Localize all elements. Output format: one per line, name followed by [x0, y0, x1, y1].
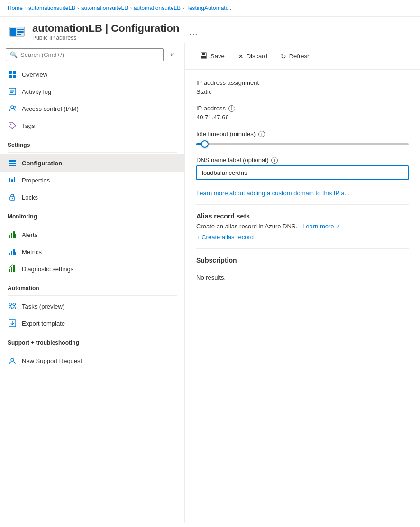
- svg-rect-24: [9, 235, 10, 238]
- dns-name-input[interactable]: [196, 165, 409, 180]
- slider-thumb[interactable]: [201, 140, 209, 148]
- sidebar-item-configuration-label: Configuration: [22, 160, 62, 167]
- create-alias-button[interactable]: + Create alias record: [196, 234, 409, 241]
- breadcrumb-3[interactable]: automationsuiteLB: [134, 5, 181, 11]
- breadcrumb-home[interactable]: Home: [8, 5, 23, 11]
- svg-point-36: [13, 303, 16, 306]
- alias-section-description: Create an alias record in Azure DNS. Lea…: [196, 223, 409, 230]
- sidebar-item-diagnostic-settings[interactable]: Diagnostic settings: [0, 260, 184, 277]
- breadcrumb-sep-4: ›: [183, 5, 184, 11]
- slider-track: [196, 143, 409, 145]
- svg-point-13: [11, 106, 14, 109]
- alias-learn-more-link[interactable]: Learn more ↗: [301, 223, 340, 230]
- sidebar-item-properties-label: Properties: [22, 177, 50, 184]
- sidebar: 🔍 « Overview Activity log Access control…: [0, 43, 185, 523]
- page-title: automationLB | Configuration: [32, 22, 179, 35]
- svg-rect-21: [14, 177, 15, 182]
- refresh-button[interactable]: ↻ Refresh: [275, 50, 317, 63]
- sidebar-item-alerts[interactable]: Alerts: [0, 226, 184, 243]
- breadcrumb-1[interactable]: automationsuiteLB: [28, 5, 75, 11]
- refresh-label: Refresh: [289, 53, 311, 60]
- search-icon: 🔍: [10, 51, 18, 58]
- idle-timeout-slider[interactable]: [196, 143, 409, 145]
- sidebar-item-overview[interactable]: Overview: [0, 66, 184, 83]
- svg-rect-3: [17, 31, 24, 33]
- sidebar-item-iam[interactable]: Access control (IAM): [0, 100, 184, 117]
- refresh-icon: ↻: [281, 53, 286, 60]
- ip-assignment-label: IP address assignment: [196, 79, 409, 86]
- ip-address-value: 40.71.47.66: [196, 114, 409, 121]
- idle-timeout-field: Idle timeout (minutes) i: [196, 130, 409, 145]
- search-box[interactable]: 🔍: [6, 48, 164, 61]
- save-icon: [200, 52, 208, 61]
- dns-name-info-icon[interactable]: i: [271, 157, 278, 164]
- breadcrumb-2[interactable]: automationsuiteLB: [81, 5, 128, 11]
- svg-rect-25: [11, 233, 12, 238]
- search-container: 🔍 «: [0, 43, 184, 66]
- svg-rect-27: [15, 234, 16, 238]
- subscription-title: Subscription: [196, 256, 409, 264]
- breadcrumb-4[interactable]: TestingAutomati...: [186, 5, 231, 11]
- sidebar-item-export-template-label: Export template: [22, 320, 65, 327]
- idle-timeout-info-icon[interactable]: i: [258, 131, 265, 137]
- settings-section-header: Settings: [0, 134, 184, 150]
- learn-more-link[interactable]: Learn more about adding a custom domain …: [196, 190, 350, 197]
- sidebar-item-export-template[interactable]: Export template: [0, 315, 184, 332]
- ip-address-field: IP address i 40.71.47.66: [196, 105, 409, 121]
- breadcrumb-sep-3: ›: [130, 5, 132, 11]
- content-area: IP address assignment Static IP address …: [185, 70, 420, 291]
- toolbar: Save ✕ Discard ↻ Refresh: [185, 43, 420, 70]
- save-button[interactable]: Save: [194, 49, 230, 64]
- automation-divider: [8, 295, 177, 296]
- sidebar-item-tags[interactable]: Tags: [0, 117, 184, 134]
- svg-point-15: [10, 124, 11, 125]
- support-section-header: Support + troubleshooting: [0, 332, 184, 348]
- header-text: automationLB | Configuration Public IP a…: [32, 22, 179, 41]
- learn-more-container: Learn more about adding a custom domain …: [196, 190, 409, 197]
- metrics-icon: [8, 247, 17, 256]
- sidebar-item-locks[interactable]: Locks: [0, 189, 184, 206]
- alias-section-title: Alias record sets: [196, 212, 409, 220]
- more-options-button[interactable]: ...: [189, 27, 199, 37]
- sidebar-item-metrics[interactable]: Metrics: [0, 243, 184, 260]
- dns-name-label: DNS name label (optional) i: [196, 156, 409, 164]
- resource-icon: [8, 22, 27, 41]
- properties-icon: [8, 175, 17, 185]
- alerts-icon: [8, 230, 17, 239]
- idle-timeout-label: Idle timeout (minutes) i: [196, 130, 409, 137]
- ip-address-label: IP address i: [196, 105, 409, 112]
- svg-rect-26: [13, 231, 15, 238]
- discard-button[interactable]: ✕ Discard: [232, 50, 273, 63]
- svg-rect-48: [201, 56, 206, 58]
- svg-rect-28: [9, 253, 10, 255]
- svg-rect-34: [13, 265, 15, 272]
- svg-rect-11: [10, 91, 14, 92]
- sidebar-item-properties[interactable]: Properties: [0, 172, 184, 189]
- page-subtitle: Public IP address: [32, 35, 179, 41]
- subscription-section: Subscription No results.: [196, 256, 409, 281]
- sidebar-item-activity-log-label: Activity log: [22, 88, 51, 95]
- discard-icon: ✕: [238, 53, 244, 60]
- svg-rect-7: [9, 75, 12, 78]
- overview-icon: [8, 70, 17, 79]
- sidebar-item-tasks-label: Tasks (preview): [22, 303, 64, 310]
- export-template-icon: [8, 318, 17, 328]
- sidebar-item-activity-log[interactable]: Activity log: [0, 83, 184, 100]
- subscription-divider: [196, 268, 409, 268]
- search-input[interactable]: [20, 51, 159, 58]
- collapse-sidebar-button[interactable]: «: [165, 48, 179, 61]
- svg-point-35: [9, 303, 12, 306]
- locks-icon: [8, 192, 17, 202]
- sidebar-item-support[interactable]: New Support Request: [0, 352, 184, 369]
- svg-rect-4: [17, 34, 21, 35]
- sidebar-item-locks-label: Locks: [22, 194, 38, 201]
- ip-address-info-icon[interactable]: i: [228, 105, 235, 112]
- svg-rect-6: [13, 71, 16, 74]
- sidebar-item-configuration[interactable]: Configuration: [0, 154, 184, 172]
- sidebar-item-tasks[interactable]: Tasks (preview): [0, 298, 184, 315]
- svg-rect-30: [13, 249, 15, 255]
- support-divider: [8, 350, 177, 350]
- sidebar-item-overview-label: Overview: [22, 71, 47, 78]
- svg-point-37: [9, 307, 12, 309]
- sidebar-item-tags-label: Tags: [22, 122, 35, 129]
